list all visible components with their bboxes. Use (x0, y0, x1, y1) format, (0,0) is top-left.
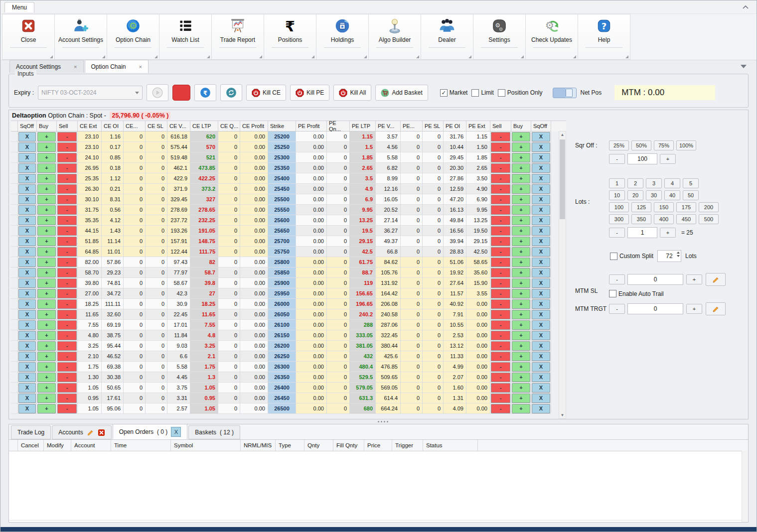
buy-pe-button[interactable]: + (512, 153, 530, 162)
buy-pe-button[interactable]: + (512, 310, 530, 319)
sell-pe-button[interactable]: - (491, 341, 510, 351)
ribbon-item-settings[interactable]: ⚙⚙Settings (473, 14, 526, 60)
sqoff-pe-button[interactable]: X (532, 258, 550, 267)
buy-pe-button[interactable]: + (512, 352, 530, 361)
lots-30-button[interactable]: 30 (646, 190, 662, 200)
ribbon-item-positions[interactable]: ₹Positions (264, 14, 316, 60)
sell-ce-button[interactable]: - (57, 373, 77, 382)
sell-ce-button[interactable]: - (57, 394, 77, 403)
buy-ce-button[interactable]: + (37, 331, 56, 340)
buy-ce-button[interactable]: + (37, 226, 56, 236)
tab-trade-log[interactable]: Trade Log (11, 425, 51, 439)
sell-pe-button[interactable]: - (491, 247, 510, 257)
column-header[interactable]: CE Ext (78, 121, 102, 132)
buy-pe-button[interactable]: + (512, 320, 530, 330)
sell-pe-button[interactable]: - (491, 184, 510, 194)
buy-pe-button[interactable]: + (512, 289, 530, 298)
buy-ce-button[interactable]: + (37, 247, 56, 257)
dialog-launcher-icon[interactable] (311, 55, 314, 58)
sell-pe-button[interactable]: - (491, 289, 510, 298)
sell-ce-button[interactable]: - (57, 268, 77, 277)
sell-pe-button[interactable]: - (491, 383, 510, 393)
sqoff-ce-button[interactable]: X (18, 163, 36, 173)
sqoff-pe-button[interactable]: X (532, 268, 550, 277)
buy-pe-button[interactable]: + (512, 383, 530, 393)
lots-2-button[interactable]: 2 (627, 178, 643, 188)
mtm-sl-input[interactable]: 0 (627, 274, 683, 285)
sell-ce-button[interactable]: - (57, 341, 77, 351)
sqoff-pe-button[interactable]: X (532, 237, 550, 246)
sqoff-ce-button[interactable]: X (18, 394, 36, 403)
orders-column-type[interactable]: Type (276, 440, 304, 451)
sqoff-pe-button[interactable]: X (532, 216, 550, 225)
sell-ce-button[interactable]: - (57, 184, 77, 194)
buy-pe-button[interactable]: + (512, 216, 530, 225)
sqoff-ce-button[interactable]: X (18, 320, 36, 330)
sqoff-ce-button[interactable]: X (18, 362, 36, 372)
sell-pe-button[interactable]: - (491, 320, 510, 330)
sqoff-ce-button[interactable]: X (18, 237, 36, 246)
buy-ce-button[interactable]: + (37, 320, 56, 330)
ribbon-collapse-icon[interactable] (742, 3, 750, 10)
dialog-launcher-icon[interactable] (468, 55, 471, 58)
rupee-button[interactable]: ₹ (194, 84, 216, 101)
orders-column-fill-qnty[interactable]: Fill Qnty (333, 440, 364, 451)
dialog-launcher-icon[interactable] (416, 55, 419, 58)
sqoff-pe-button[interactable]: X (532, 174, 550, 183)
expiry-select[interactable]: NIFTY 03-OCT-2024 (38, 86, 143, 100)
sqoff-ce-button[interactable]: X (18, 299, 36, 309)
buy-ce-button[interactable]: + (37, 163, 56, 173)
column-header[interactable] (11, 121, 18, 132)
sell-ce-button[interactable]: - (57, 299, 77, 309)
sqoff-ce-button[interactable]: X (18, 289, 36, 298)
sell-pe-button[interactable]: - (491, 331, 510, 340)
sell-ce-button[interactable]: - (57, 247, 77, 257)
buy-ce-button[interactable]: + (37, 341, 56, 351)
buy-ce-button[interactable]: + (37, 237, 56, 246)
orders-column-symbol[interactable]: Symbol (171, 440, 241, 451)
column-header[interactable]: Strike (268, 121, 296, 132)
sell-ce-button[interactable]: - (57, 331, 77, 340)
buy-pe-button[interactable]: + (512, 163, 530, 173)
buy-ce-button[interactable]: + (37, 373, 56, 382)
buy-ce-button[interactable]: + (37, 268, 56, 277)
sqoff-pe-button[interactable]: X (532, 153, 550, 162)
sqr-off-75pct-button[interactable]: 75% (654, 140, 674, 150)
mtm-trgt-minus-button[interactable]: - (609, 304, 625, 314)
buy-ce-button[interactable]: + (37, 394, 56, 403)
buy-pe-button[interactable]: + (512, 404, 530, 413)
buy-ce-button[interactable]: + (37, 132, 56, 141)
sqoff-ce-button[interactable]: X (18, 153, 36, 162)
orders-column-account[interactable]: Account (71, 440, 111, 451)
sell-pe-button[interactable]: - (491, 205, 510, 215)
sqoff-pe-button[interactable]: X (532, 289, 550, 298)
lots-40-button[interactable]: 40 (664, 190, 680, 200)
column-header[interactable]: PE Qn... (327, 121, 350, 132)
sell-ce-button[interactable]: - (57, 237, 77, 246)
column-header[interactable]: CE Profit (240, 121, 268, 132)
sell-pe-button[interactable]: - (491, 352, 510, 361)
lots-input[interactable]: 1 (627, 227, 657, 238)
buy-pe-button[interactable]: + (512, 373, 530, 382)
column-header[interactable]: CE... (124, 121, 146, 132)
sqoff-pe-button[interactable]: X (532, 341, 550, 351)
lots-125-button[interactable]: 125 (631, 202, 651, 212)
buy-pe-button[interactable]: + (512, 237, 530, 246)
lots-500-button[interactable]: 500 (699, 214, 719, 224)
dialog-launcher-icon[interactable] (259, 55, 262, 58)
lots-350-button[interactable]: 350 (631, 214, 651, 224)
sell-pe-button[interactable]: - (491, 132, 510, 141)
buy-ce-button[interactable]: + (37, 383, 56, 393)
lots-400-button[interactable]: 400 (654, 214, 674, 224)
sell-pe-button[interactable]: - (491, 404, 510, 413)
buy-pe-button[interactable]: + (512, 268, 530, 277)
sell-pe-button[interactable]: - (491, 268, 510, 277)
tab-list-dropdown-icon[interactable] (741, 65, 747, 68)
sqoff-pe-button[interactable]: X (532, 320, 550, 330)
sell-ce-button[interactable]: - (57, 289, 77, 298)
column-header[interactable]: PE V... (376, 121, 401, 132)
buy-ce-button[interactable]: + (37, 404, 56, 413)
sqoff-pe-button[interactable]: X (532, 184, 550, 194)
column-header[interactable]: PE LTP (350, 121, 376, 132)
position-only-checkbox[interactable]: Position Only (498, 89, 543, 97)
